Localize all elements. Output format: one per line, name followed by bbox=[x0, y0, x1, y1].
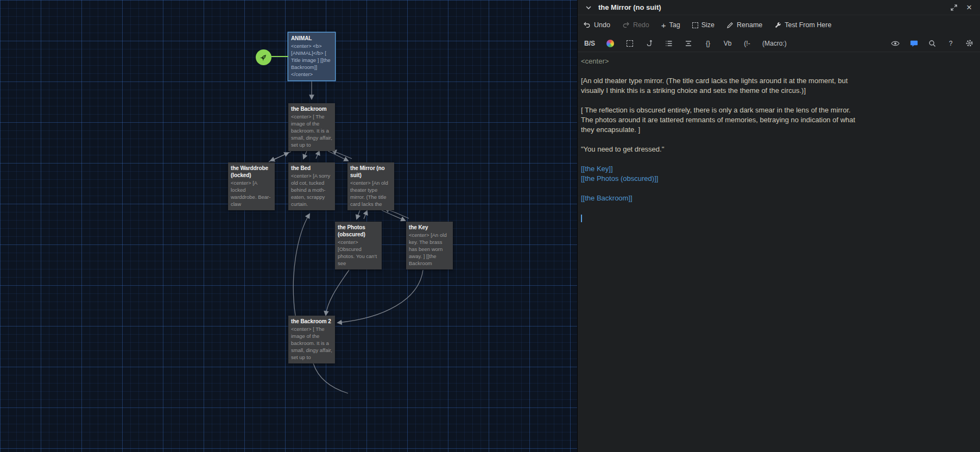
passage-preview: <center> [An old key. The brass has been… bbox=[409, 231, 451, 267]
passage-node[interactable]: the Bed <center> [A sorry old cot, tucke… bbox=[288, 162, 335, 210]
undo-label: Undo bbox=[594, 21, 610, 29]
story-map-canvas[interactable]: ANIMAL <center> <b>[ANIMAL]</b> [ Title … bbox=[0, 0, 577, 452]
passage-node[interactable]: the Key <center> [An old key. The brass … bbox=[406, 222, 453, 269]
editor-line: they encapsulate. ] bbox=[581, 125, 977, 135]
test-from-here-label: Test From Here bbox=[785, 21, 831, 29]
editor-format-toolbar: B/S {} Vb bbox=[578, 35, 980, 52]
settings-button[interactable] bbox=[965, 37, 973, 49]
close-icon[interactable]: × bbox=[964, 2, 975, 13]
passage-node-body: the Photos (obscured) <center> [Obscured… bbox=[338, 224, 380, 267]
find-button[interactable] bbox=[928, 37, 937, 49]
edge-the Backroom 2-to-the Bed bbox=[293, 214, 309, 316]
passage-title: the Bed bbox=[291, 165, 333, 172]
editor-caret-line bbox=[581, 213, 977, 223]
hook-button[interactable] bbox=[645, 37, 654, 49]
maximize-icon[interactable] bbox=[949, 2, 959, 13]
editor-line: [[the Key]] bbox=[581, 164, 977, 174]
editor-line: The photos around it are tattered remnan… bbox=[581, 115, 977, 125]
editor-line bbox=[581, 66, 977, 76]
passage-node[interactable]: ANIMAL <center> <b>[ANIMAL]</b> [ Title … bbox=[288, 33, 335, 80]
passage-preview: <center> [An old theater type mirror. (T… bbox=[350, 179, 392, 208]
bold-strike-button[interactable]: B/S bbox=[584, 37, 595, 49]
comments-button[interactable] bbox=[909, 37, 918, 49]
edge-the Bed-to-the Backroom bbox=[316, 151, 319, 159]
passage-node[interactable]: the Mirror (no suit) <center> [An old th… bbox=[347, 162, 394, 210]
passage-node[interactable]: the Photos (obscured) <center> [Obscured… bbox=[335, 222, 382, 269]
search-icon bbox=[928, 40, 936, 47]
passage-text-editor[interactable]: <center> [An old theater type mirror. (T… bbox=[578, 52, 980, 452]
passage-title: the Warddrobe (locked) bbox=[231, 165, 273, 179]
help-button[interactable]: ? bbox=[946, 37, 955, 49]
editor-line: [[the Photos (obscured)]] bbox=[581, 174, 977, 184]
editor-line: [[the Backroom]] bbox=[581, 193, 977, 203]
redo-button[interactable]: Redo bbox=[622, 21, 649, 29]
format-toolbar-right: ? bbox=[891, 37, 973, 49]
editor-line: <center> bbox=[581, 56, 977, 66]
preview-button[interactable] bbox=[891, 37, 900, 49]
passage-title: the Mirror (no suit) bbox=[350, 165, 392, 179]
passage-title: the Backroom 2 bbox=[291, 318, 333, 325]
passage-editor-title: the Mirror (no suit) bbox=[598, 3, 661, 11]
edge-the Key-to-the Backroom 2 bbox=[338, 270, 423, 323]
passage-title: the Key bbox=[409, 224, 451, 231]
start-passage-badge bbox=[256, 49, 271, 65]
dashed-box-icon bbox=[627, 40, 633, 47]
plus-icon: + bbox=[661, 21, 666, 29]
hook-box-button[interactable] bbox=[625, 37, 634, 49]
hook-icon bbox=[646, 40, 653, 47]
rocket-icon bbox=[260, 53, 268, 61]
size-label: Size bbox=[701, 21, 715, 29]
editor-line bbox=[581, 203, 977, 213]
passage-preview: <center> [ The image of the backroom. It… bbox=[291, 113, 333, 148]
passage-node-body: the Warddrobe (locked) <center> [A locke… bbox=[231, 165, 273, 208]
passage-preview: <center> [A locked warddrobe. Bear-claw bbox=[231, 179, 273, 208]
text-caret bbox=[581, 215, 582, 222]
undo-button[interactable]: Undo bbox=[583, 21, 610, 29]
tag-label: Tag bbox=[669, 21, 680, 29]
align-button[interactable] bbox=[684, 37, 693, 49]
editor-line bbox=[581, 96, 977, 105]
size-button[interactable]: Size bbox=[692, 21, 715, 29]
list-button[interactable] bbox=[665, 37, 673, 49]
panel-header: the Mirror (no suit) × bbox=[578, 0, 980, 15]
editor-action-toolbar: Undo Redo + Tag Size Rename bbox=[578, 15, 980, 35]
gear-icon bbox=[965, 39, 973, 47]
collapse-braces-button[interactable]: {} bbox=[704, 37, 712, 49]
start-connector-line bbox=[271, 56, 288, 57]
editor-line bbox=[581, 184, 977, 193]
passage-node[interactable]: the Warddrobe (locked) <center> [A locke… bbox=[228, 162, 275, 210]
editor-line bbox=[581, 154, 977, 164]
edge-the Warddrobe (locked)-to-the Backroom bbox=[269, 153, 288, 162]
edge-the Backroom-to-the Bed bbox=[304, 151, 307, 159]
text-color-button[interactable] bbox=[606, 37, 615, 49]
editor-line: "You need to get dressed." bbox=[581, 145, 977, 154]
editor-line bbox=[581, 135, 977, 145]
edge-the Backroom 2-to-offscreen bbox=[313, 363, 348, 393]
passage-preview: <center> [Obscured photos. You can't see bbox=[338, 238, 380, 267]
passage-title: the Photos (obscured) bbox=[338, 224, 380, 238]
passage-node-body: ANIMAL <center> <b>[ANIMAL]</b> [ Title … bbox=[288, 33, 335, 80]
passage-node[interactable]: the Backroom <center> [ The image of the… bbox=[288, 103, 335, 151]
macro-button[interactable]: (Macro:) bbox=[762, 37, 787, 49]
passage-preview: <center> [ The image of the backroom. It… bbox=[291, 325, 333, 361]
add-tag-button[interactable]: + Tag bbox=[661, 21, 680, 29]
color-palette-icon bbox=[606, 40, 614, 47]
passage-node-body: the Mirror (no suit) <center> [An old th… bbox=[350, 165, 392, 208]
passage-title: the Backroom bbox=[291, 105, 333, 112]
passage-node-body: the Backroom <center> [ The image of the… bbox=[291, 105, 333, 148]
passage-node-body: the Backroom 2 <center> [ The image of t… bbox=[291, 318, 333, 361]
rename-button[interactable]: Rename bbox=[726, 21, 762, 29]
editor-line: [ The reflection is obscured entirely, t… bbox=[581, 105, 977, 115]
editor-line: visually I think this is a striking choi… bbox=[581, 86, 977, 96]
align-center-icon bbox=[685, 40, 692, 47]
edge-the Mirror (no suit)-to-the Photos (obscured) bbox=[357, 210, 360, 219]
wrench-icon bbox=[774, 22, 781, 29]
comment-button[interactable]: (!- bbox=[743, 37, 751, 49]
chevron-down-icon[interactable] bbox=[583, 2, 594, 13]
edge-the Photos (obscured)-to-the Mirror (no suit) bbox=[364, 211, 367, 219]
eye-icon bbox=[891, 40, 900, 47]
test-from-here-button[interactable]: Test From Here bbox=[774, 21, 831, 29]
passage-title: ANIMAL bbox=[291, 35, 333, 42]
passage-node[interactable]: the Backroom 2 <center> [ The image of t… bbox=[288, 316, 335, 363]
verbatim-button[interactable]: Vb bbox=[723, 37, 732, 49]
